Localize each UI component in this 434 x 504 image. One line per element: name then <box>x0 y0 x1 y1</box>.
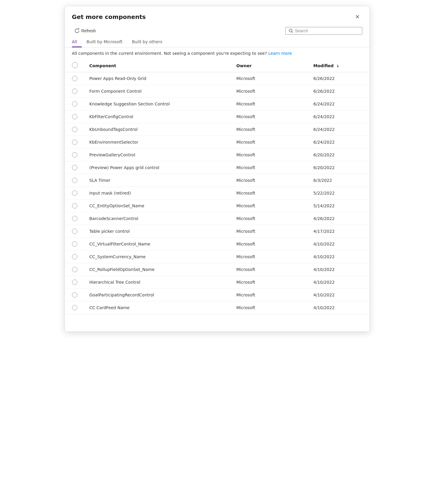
row-checkbox[interactable] <box>72 267 77 272</box>
row-modified: 4/10/2022 <box>306 263 369 276</box>
row-component: CC CardFeed Name <box>82 301 229 314</box>
row-check-cell <box>65 289 82 301</box>
row-modified: 4/17/2022 <box>306 225 369 238</box>
table-row: KbEnvironmentSelector Microsoft 6/24/202… <box>65 136 369 149</box>
table-row: KbFilterConfigControl Microsoft 6/24/202… <box>65 110 369 123</box>
row-component: (Preview) Power Apps grid control <box>82 161 229 174</box>
row-check-cell <box>65 238 82 251</box>
row-checkbox[interactable] <box>72 292 77 298</box>
row-component: PreviewGalleryControl <box>82 149 229 161</box>
row-owner: Microsoft <box>229 238 306 251</box>
row-modified: 6/24/2022 <box>306 123 369 136</box>
row-component: Input mask (retired) <box>82 187 229 200</box>
row-checkbox[interactable] <box>72 178 77 183</box>
row-modified: 6/20/2022 <box>306 149 369 161</box>
row-checkbox[interactable] <box>72 305 77 310</box>
search-input[interactable] <box>295 28 359 33</box>
row-check-cell <box>65 225 82 238</box>
info-text: All components in the current environmen… <box>72 51 267 56</box>
row-owner: Microsoft <box>229 251 306 263</box>
row-check-cell <box>65 136 82 149</box>
info-bar: All components in the current environmen… <box>65 47 369 59</box>
row-check-cell <box>65 301 82 314</box>
row-owner: Microsoft <box>229 161 306 174</box>
row-modified: 4/10/2022 <box>306 276 369 289</box>
header-modified[interactable]: Modified ↓ <box>306 59 369 72</box>
row-component: Form Component Control <box>82 85 229 98</box>
row-component: CC_EntityOptionSet_Name <box>82 200 229 212</box>
row-modified: 6/24/2022 <box>306 136 369 149</box>
search-icon <box>289 28 293 33</box>
select-all-checkbox[interactable] <box>72 62 78 68</box>
table-row: PreviewGalleryControl Microsoft 6/20/202… <box>65 149 369 161</box>
row-checkbox[interactable] <box>72 139 77 145</box>
row-check-cell <box>65 187 82 200</box>
refresh-icon <box>74 28 80 33</box>
table-row: CC_SystemCurrency_Name Microsoft 4/10/20… <box>65 251 369 263</box>
row-check-cell <box>65 276 82 289</box>
row-owner: Microsoft <box>229 98 306 110</box>
svg-line-1 <box>292 32 293 33</box>
table-row: CC_EntityOptionSet_Name Microsoft 5/14/2… <box>65 200 369 212</box>
row-owner: Microsoft <box>229 174 306 187</box>
row-owner: Microsoft <box>229 200 306 212</box>
row-owner: Microsoft <box>229 110 306 123</box>
table-row: SLA Timer Microsoft 6/3/2022 <box>65 174 369 187</box>
row-checkbox[interactable] <box>72 101 77 107</box>
row-modified: 6/24/2022 <box>306 110 369 123</box>
table-row: KbUnboundTagsControl Microsoft 6/24/2022 <box>65 123 369 136</box>
table-row: Table picker control Microsoft 4/17/2022 <box>65 225 369 238</box>
row-modified: 4/10/2022 <box>306 251 369 263</box>
learn-more-link[interactable]: Learn more <box>268 51 292 56</box>
row-checkbox[interactable] <box>72 216 77 221</box>
row-check-cell <box>65 110 82 123</box>
table-row: (Preview) Power Apps grid control Micros… <box>65 161 369 174</box>
row-checkbox[interactable] <box>72 76 77 81</box>
row-check-cell <box>65 263 82 276</box>
row-modified: 4/10/2022 <box>306 301 369 314</box>
get-more-components-dialog: Get more components ✕ Refresh All Built … <box>65 6 370 332</box>
row-checkbox[interactable] <box>72 229 77 234</box>
row-checkbox[interactable] <box>72 114 77 119</box>
row-checkbox[interactable] <box>72 203 77 208</box>
table-row: CC_VirtualFilterControl_Name Microsoft 4… <box>65 238 369 251</box>
tab-built-by-others[interactable]: Built by others <box>127 37 167 47</box>
row-checkbox[interactable] <box>72 152 77 158</box>
close-button[interactable]: ✕ <box>353 12 362 22</box>
table-row: GoalParticipatingRecordControl Microsoft… <box>65 289 369 301</box>
row-checkbox[interactable] <box>72 165 77 170</box>
table-row: CC_RollupFieldOptionSet_Name Microsoft 4… <box>65 263 369 276</box>
row-component: Knowledge Suggestion Section Control <box>82 98 229 110</box>
row-checkbox[interactable] <box>72 89 77 94</box>
refresh-button[interactable]: Refresh <box>72 27 98 35</box>
row-checkbox[interactable] <box>72 241 77 247</box>
row-owner: Microsoft <box>229 276 306 289</box>
row-modified: 4/26/2022 <box>306 212 369 225</box>
row-owner: Microsoft <box>229 72 306 85</box>
row-owner: Microsoft <box>229 301 306 314</box>
components-table: Component Owner Modified ↓ Power Apps Re… <box>65 59 369 314</box>
row-component: Table picker control <box>82 225 229 238</box>
tab-built-by-microsoft[interactable]: Built by Microsoft <box>82 37 127 47</box>
row-check-cell <box>65 251 82 263</box>
row-component: KbUnboundTagsControl <box>82 123 229 136</box>
row-checkbox[interactable] <box>72 254 77 259</box>
row-component: GoalParticipatingRecordControl <box>82 289 229 301</box>
row-owner: Microsoft <box>229 149 306 161</box>
tab-all[interactable]: All <box>72 37 82 47</box>
row-check-cell <box>65 212 82 225</box>
dialog-title: Get more components <box>72 13 146 20</box>
row-checkbox[interactable] <box>72 280 77 285</box>
row-component: CC_VirtualFilterControl_Name <box>82 238 229 251</box>
row-check-cell <box>65 85 82 98</box>
tabs-container: All Built by Microsoft Built by others <box>65 37 369 47</box>
row-checkbox[interactable] <box>72 190 77 196</box>
table-row: BarcodeScannerControl Microsoft 4/26/202… <box>65 212 369 225</box>
refresh-label: Refresh <box>81 28 96 33</box>
row-check-cell <box>65 200 82 212</box>
row-component: CC_RollupFieldOptionSet_Name <box>82 263 229 276</box>
row-checkbox[interactable] <box>72 127 77 132</box>
row-owner: Microsoft <box>229 136 306 149</box>
row-owner: Microsoft <box>229 289 306 301</box>
row-modified: 4/10/2022 <box>306 289 369 301</box>
